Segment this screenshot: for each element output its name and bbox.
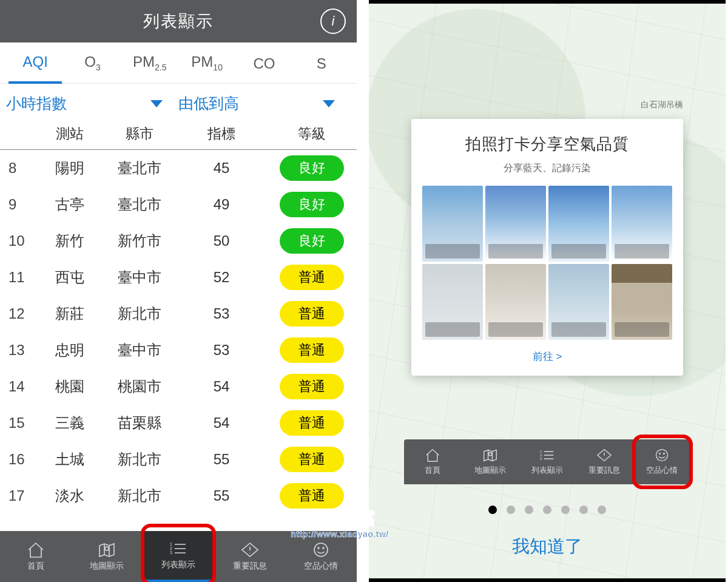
tab-s[interactable]: S bbox=[295, 55, 348, 83]
photo-thumb[interactable] bbox=[548, 264, 609, 340]
cell-station: 桃園 bbox=[36, 377, 103, 396]
nav-list[interactable]: 123 列表顯示 bbox=[143, 531, 214, 582]
photo-thumb[interactable] bbox=[612, 186, 672, 262]
col-city: 縣市 bbox=[103, 124, 176, 143]
cell-index: 50 bbox=[176, 232, 267, 249]
bottom-nav: 首頁 地圖顯示 123 列表顯示 重要訊息 空品心情 bbox=[404, 439, 690, 484]
cell-rank: 14 bbox=[0, 378, 36, 395]
nav-alert[interactable]: 重要訊息 bbox=[576, 439, 633, 484]
table-body[interactable]: 8陽明臺北市45良好9古亭臺北市49良好10新竹新竹市50良好11西屯臺中市52… bbox=[0, 150, 357, 531]
filter-time[interactable]: 小時指數 bbox=[6, 93, 178, 113]
table-row[interactable]: 14桃園桃園市54普通 bbox=[0, 368, 357, 405]
nav-label: 地圖顯示 bbox=[474, 465, 506, 476]
nav-mood[interactable]: 空品心情 bbox=[285, 531, 357, 582]
alert-icon bbox=[596, 448, 613, 462]
nav-home[interactable]: 首頁 bbox=[404, 439, 461, 484]
cell-rank: 15 bbox=[0, 415, 36, 431]
photo-thumb[interactable] bbox=[485, 186, 546, 262]
chevron-down-icon bbox=[323, 100, 335, 107]
filter-bar: 小時指數 由低到高 bbox=[0, 84, 357, 122]
cell-index: 52 bbox=[176, 269, 267, 286]
page-dots[interactable] bbox=[369, 506, 726, 514]
photo-thumb[interactable] bbox=[422, 186, 483, 262]
page-dot[interactable] bbox=[507, 506, 515, 514]
filter-sort[interactable]: 由低到高 bbox=[178, 93, 351, 113]
table-row[interactable]: 13忠明臺中市53普通 bbox=[0, 332, 357, 368]
nav-home[interactable]: 首頁 bbox=[0, 531, 72, 582]
photo-thumb[interactable] bbox=[485, 264, 546, 340]
svg-point-5 bbox=[318, 547, 319, 549]
table-row[interactable]: 15三義苗栗縣54普通 bbox=[0, 405, 357, 441]
svg-text:3: 3 bbox=[540, 457, 542, 461]
nav-map[interactable]: 地圖顯示 bbox=[72, 531, 143, 582]
photo-thumb[interactable] bbox=[422, 264, 483, 340]
photo-thumb[interactable] bbox=[548, 186, 609, 262]
cell-grade: 普通 bbox=[267, 483, 357, 509]
filter-sort-label: 由低到高 bbox=[178, 93, 239, 113]
page-dot[interactable] bbox=[561, 506, 570, 514]
table-row[interactable]: 17淡水新北市55普通 bbox=[0, 478, 357, 514]
nav-map[interactable]: 地圖顯示 bbox=[461, 439, 518, 484]
nav-label: 地圖顯示 bbox=[90, 561, 124, 572]
cell-index: 53 bbox=[176, 342, 267, 359]
svg-point-6 bbox=[323, 547, 324, 549]
list-icon: 123 bbox=[169, 540, 188, 557]
tab-pm10[interactable]: PM10 bbox=[180, 53, 234, 83]
grade-badge: 普通 bbox=[280, 374, 344, 399]
svg-text:2: 2 bbox=[170, 546, 172, 550]
cell-index: 45 bbox=[176, 160, 267, 177]
table-row[interactable]: 8陽明臺北市45良好 bbox=[0, 150, 357, 186]
cell-city: 新北市 bbox=[103, 450, 176, 469]
svg-point-4 bbox=[314, 543, 328, 557]
info-button[interactable]: i bbox=[320, 8, 346, 34]
cell-rank: 9 bbox=[0, 196, 36, 213]
cell-rank: 13 bbox=[0, 342, 36, 359]
svg-point-13 bbox=[663, 453, 664, 455]
grade-badge: 普通 bbox=[280, 265, 344, 290]
card-subtitle: 分享藍天、記錄污染 bbox=[422, 162, 672, 175]
cell-rank: 17 bbox=[0, 487, 36, 504]
table-row[interactable]: 11西屯臺中市52普通 bbox=[0, 259, 357, 296]
table-header: 測站 縣市 指標 等級 bbox=[0, 122, 357, 150]
map-background[interactable]: 白石湖吊橋 拍照打卡分享空氣品質 分享藍天、記錄污染 前往 > bbox=[369, 4, 726, 578]
table-row[interactable]: 16土城新北市55普通 bbox=[0, 441, 357, 478]
nav-list[interactable]: 123 列表顯示 bbox=[519, 439, 576, 484]
nav-mood[interactable]: 空品心情 bbox=[633, 439, 690, 484]
svg-text:1: 1 bbox=[540, 450, 542, 453]
page-dot[interactable] bbox=[525, 506, 533, 514]
photo-thumb[interactable] bbox=[612, 264, 672, 340]
filter-time-label: 小時指數 bbox=[6, 93, 67, 113]
cell-grade: 普通 bbox=[267, 410, 357, 436]
smile-icon bbox=[311, 541, 331, 558]
cell-grade: 普通 bbox=[267, 447, 357, 472]
svg-text:3: 3 bbox=[170, 550, 172, 555]
cell-grade: 普通 bbox=[267, 337, 357, 363]
cell-station: 新竹 bbox=[36, 231, 103, 251]
grade-badge: 普通 bbox=[280, 337, 344, 363]
tab-aqi[interactable]: AQI bbox=[8, 53, 62, 84]
col-station: 測站 bbox=[36, 124, 103, 143]
nav-alert[interactable]: 重要訊息 bbox=[214, 531, 286, 582]
nav-label: 列表顯示 bbox=[531, 465, 563, 476]
go-link[interactable]: 前往 > bbox=[422, 350, 672, 364]
got-it-button[interactable]: 我知道了 bbox=[369, 535, 726, 559]
tab-o3[interactable]: O3 bbox=[66, 53, 119, 83]
svg-point-0 bbox=[105, 547, 109, 550]
page-dot[interactable] bbox=[598, 506, 606, 514]
table-row[interactable]: 12新莊新北市53普通 bbox=[0, 296, 357, 332]
page-dot[interactable] bbox=[488, 506, 497, 514]
cell-grade: 良好 bbox=[267, 192, 357, 217]
cell-rank: 16 bbox=[0, 451, 36, 468]
tab-co[interactable]: CO bbox=[237, 55, 291, 83]
page-title: 列表顯示 bbox=[143, 10, 214, 32]
card-title: 拍照打卡分享空氣品質 bbox=[422, 134, 672, 155]
table-row[interactable]: 10新竹新竹市50良好 bbox=[0, 223, 357, 259]
page-dot[interactable] bbox=[579, 506, 588, 514]
cell-grade: 良好 bbox=[267, 155, 357, 181]
cell-index: 53 bbox=[176, 305, 267, 322]
home-icon bbox=[26, 541, 46, 558]
tab-pm25[interactable]: PM2.5 bbox=[123, 53, 177, 83]
table-row[interactable]: 9古亭臺北市49良好 bbox=[0, 186, 357, 223]
page-dot[interactable] bbox=[543, 506, 551, 514]
nav-label: 列表顯示 bbox=[161, 560, 195, 570]
